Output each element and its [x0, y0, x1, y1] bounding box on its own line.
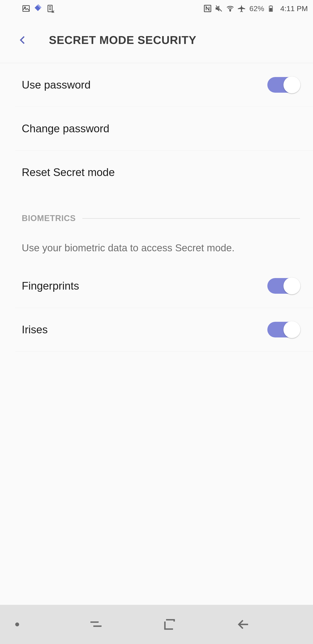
nfc-icon [203, 4, 212, 13]
change-password-label: Change password [22, 122, 109, 135]
use-password-row[interactable]: Use password [0, 63, 313, 106]
gallery-icon [22, 4, 30, 13]
home-button[interactable] [161, 616, 178, 633]
status-bar-right: 62% 4:11 PM [203, 4, 308, 13]
svg-point-1 [24, 7, 26, 8]
use-password-label: Use password [22, 78, 91, 91]
svg-rect-6 [270, 6, 272, 6]
change-password-row[interactable]: Change password [0, 107, 313, 150]
status-bar: 62% 4:11 PM [0, 0, 313, 17]
page-title: SECRET MODE SECURITY [49, 34, 197, 46]
battery-percentage: 62% [249, 4, 264, 13]
fingerprints-row[interactable]: Fingerprints [0, 264, 313, 308]
use-password-toggle[interactable] [267, 77, 300, 93]
arrow-left-icon [237, 618, 250, 632]
tag-icon [34, 4, 43, 13]
mute-icon [215, 4, 223, 13]
biometrics-description: Use your biometric data to access Secret… [0, 227, 313, 264]
battery-icon [268, 4, 276, 13]
fingerprints-toggle[interactable] [267, 278, 300, 294]
biometrics-section-header: BIOMETRICS [0, 194, 313, 227]
irises-row[interactable]: Irises [0, 308, 313, 351]
biometrics-header-label: BIOMETRICS [22, 214, 76, 223]
reset-secret-mode-row[interactable]: Reset Secret mode [0, 150, 313, 194]
svg-rect-7 [270, 8, 272, 11]
section-header-line [82, 218, 300, 219]
airplane-mode-icon [237, 4, 246, 13]
recents-icon [89, 618, 103, 632]
sim-error-icon [46, 4, 55, 13]
toggle-thumb [284, 76, 301, 93]
status-bar-left [22, 4, 55, 13]
fingerprints-label: Fingerprints [22, 280, 79, 292]
app-bar: SECRET MODE SECURITY [0, 17, 313, 63]
status-bar-time: 4:11 PM [280, 4, 308, 13]
irises-toggle[interactable] [267, 322, 300, 338]
irises-label: Irises [22, 323, 48, 336]
settings-content: Use password Change password Reset Secre… [0, 63, 313, 360]
reset-secret-mode-label: Reset Secret mode [22, 166, 115, 178]
chevron-left-icon [17, 35, 28, 45]
toggle-thumb [284, 321, 301, 338]
recents-button[interactable] [87, 616, 104, 633]
svg-point-4 [230, 10, 231, 11]
home-icon [163, 618, 177, 632]
nav-indicator-icon [15, 622, 19, 626]
back-button[interactable] [16, 34, 29, 46]
navigation-bar [0, 605, 313, 644]
toggle-thumb [284, 278, 301, 294]
divider [15, 351, 313, 352]
nav-back-button[interactable] [235, 616, 252, 633]
wifi-icon [226, 4, 235, 13]
